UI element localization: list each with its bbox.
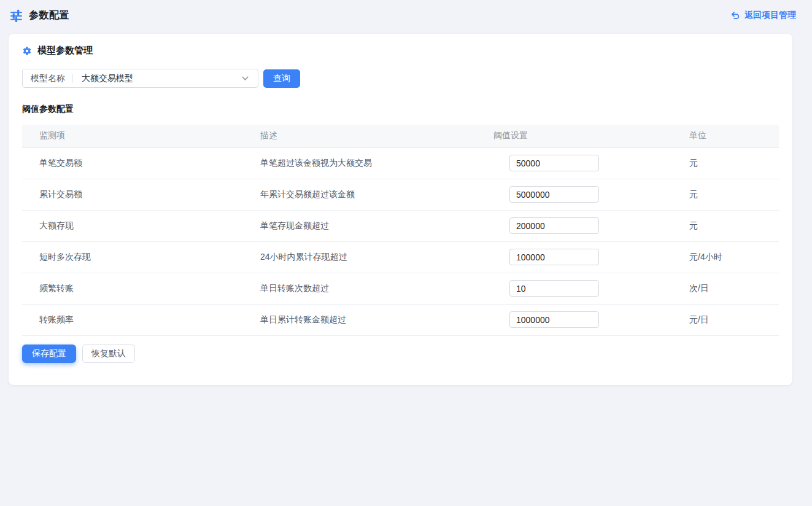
threshold-input[interactable] xyxy=(509,155,599,171)
gear-icon xyxy=(22,46,32,56)
table-header: 监测项 描述 阈值设置 单位 xyxy=(22,125,779,147)
threshold-cell xyxy=(476,210,672,241)
threshold-cell xyxy=(476,273,672,304)
table-row: 频繁转账 单日转账次数超过 次/日 xyxy=(22,273,779,304)
threshold-cell xyxy=(476,147,672,179)
unit-cell: 元 xyxy=(672,210,779,241)
monitor-item-cell: 累计交易额 xyxy=(22,179,243,210)
section-title: 模型参数管理 xyxy=(37,45,93,56)
unit-cell: 次/日 xyxy=(672,273,779,304)
threshold-input[interactable] xyxy=(509,311,599,328)
threshold-cell xyxy=(476,179,672,210)
unit-cell: 元/4小时 xyxy=(672,241,779,273)
column-header-threshold: 阈值设置 xyxy=(476,125,672,147)
return-arrow-icon xyxy=(730,10,740,20)
monitor-item-cell: 短时多次存现 xyxy=(22,241,243,273)
model-name-select-group: 模型名称 大额交易模型 xyxy=(22,69,258,88)
back-to-project-link[interactable]: 返回项目管理 xyxy=(730,10,796,21)
table-row: 大额存现 单笔存现金额超过 元 xyxy=(22,210,779,241)
actions-row: 保存配置 恢复默认 xyxy=(22,344,779,363)
save-config-button[interactable]: 保存配置 xyxy=(22,344,76,363)
unit-cell: 元 xyxy=(672,147,779,179)
threshold-input[interactable] xyxy=(509,249,599,265)
section-title-row: 模型参数管理 xyxy=(22,45,779,56)
model-parameter-card: 模型参数管理 模型名称 大额交易模型 查询 阈值参数配置 监测项 描述 xyxy=(9,34,792,385)
monitor-item-cell: 频繁转账 xyxy=(22,273,243,304)
description-cell: 单笔超过该金额视为大额交易 xyxy=(243,147,476,179)
threshold-input[interactable] xyxy=(509,280,599,297)
description-cell: 年累计交易额超过该金额 xyxy=(243,179,476,210)
column-header-description: 描述 xyxy=(243,125,476,147)
table-row: 单笔交易额 单笔超过该金额视为大额交易 元 xyxy=(22,147,779,179)
monitor-item-cell: 转账频率 xyxy=(22,304,243,335)
monitor-item-cell: 大额存现 xyxy=(22,210,243,241)
threshold-table: 监测项 描述 阈值设置 单位 单笔交易额 单笔超过该金额视为大额交易 元 累计交… xyxy=(22,125,779,336)
description-cell: 单笔存现金额超过 xyxy=(243,210,476,241)
sliders-icon xyxy=(10,9,23,22)
model-name-select[interactable]: 大额交易模型 xyxy=(73,69,258,87)
restore-default-button[interactable]: 恢复默认 xyxy=(82,344,135,363)
monitor-item-cell: 单笔交易额 xyxy=(22,147,243,179)
table-row: 短时多次存现 24小时内累计存现超过 元/4小时 xyxy=(22,241,779,273)
threshold-input[interactable] xyxy=(509,217,599,234)
page-title: 参数配置 xyxy=(29,9,69,22)
model-name-selected-value: 大额交易模型 xyxy=(82,73,133,84)
threshold-input[interactable] xyxy=(509,186,599,203)
chevron-down-icon xyxy=(241,74,249,82)
threshold-cell xyxy=(476,304,672,335)
threshold-table-body: 单笔交易额 单笔超过该金额视为大额交易 元 累计交易额 年累计交易额超过该金额 … xyxy=(22,147,779,335)
query-row: 模型名称 大额交易模型 查询 xyxy=(22,69,779,88)
threshold-cell xyxy=(476,241,672,273)
model-name-label: 模型名称 xyxy=(23,69,73,87)
top-header: 参数配置 返回项目管理 xyxy=(0,0,812,31)
column-header-monitor-item: 监测项 xyxy=(22,125,243,147)
unit-cell: 元/日 xyxy=(672,304,779,335)
unit-cell: 元 xyxy=(672,179,779,210)
query-button[interactable]: 查询 xyxy=(263,69,300,88)
table-row: 转账频率 单日累计转账金额超过 元/日 xyxy=(22,304,779,335)
description-cell: 24小时内累计存现超过 xyxy=(243,241,476,273)
table-row: 累计交易额 年累计交易额超过该金额 元 xyxy=(22,179,779,210)
header-left: 参数配置 xyxy=(10,9,69,22)
threshold-section-title: 阈值参数配置 xyxy=(22,104,779,115)
description-cell: 单日转账次数超过 xyxy=(243,273,476,304)
back-link-label: 返回项目管理 xyxy=(744,10,796,21)
column-header-unit: 单位 xyxy=(672,125,779,147)
description-cell: 单日累计转账金额超过 xyxy=(243,304,476,335)
